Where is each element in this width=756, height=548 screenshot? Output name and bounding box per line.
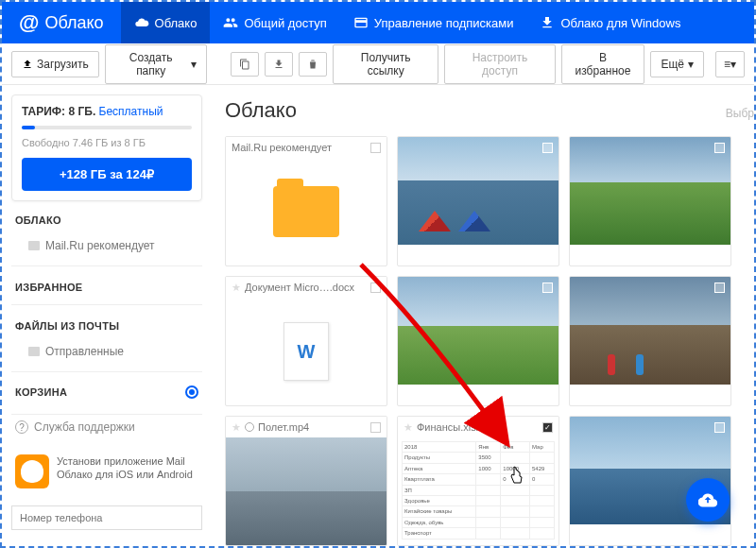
download-icon <box>540 15 555 30</box>
cloud-upload-icon <box>698 490 717 509</box>
tile-checkbox[interactable] <box>714 143 725 153</box>
tile-image-mountain[interactable] <box>569 136 731 266</box>
view-options-button[interactable]: ≡▾ <box>715 51 745 77</box>
list-icon: ≡▾ <box>724 58 736 71</box>
storage-free-text: Свободно 7.46 ГБ из 8 ГБ <box>22 137 192 148</box>
tile-checkbox[interactable] <box>370 143 381 153</box>
support-link[interactable]: ? Служба поддержки <box>11 414 202 439</box>
section-trash-row[interactable]: КОРЗИНА <box>11 382 202 402</box>
download-button[interactable] <box>265 52 293 77</box>
page-header: Облако Выбр <box>225 98 754 123</box>
tile-checkbox[interactable] <box>714 283 725 293</box>
tariff-title: ТАРИФ: 8 ГБ. Бесплатный <box>22 105 192 118</box>
star-icon[interactable]: ★ <box>404 421 413 434</box>
promo-text: Установи приложение Mail Облако для iOS … <box>57 454 198 482</box>
tile-checkbox[interactable] <box>542 283 553 293</box>
word-doc-icon: W <box>284 322 329 381</box>
upload-label: Загрузить <box>37 58 89 71</box>
people-icon <box>223 15 238 30</box>
more-button[interactable]: Ещё ▾ <box>650 51 704 77</box>
upload-button[interactable]: Загрузить <box>11 51 99 77</box>
copy-icon <box>239 59 250 70</box>
tile-folder-recommend[interactable]: Mail.Ru рекомендует <box>225 136 387 266</box>
create-folder-button[interactable]: Создать папку ▾ <box>105 44 207 84</box>
get-link-label: Получить ссылку <box>343 51 429 77</box>
nav-tab-cloud[interactable]: Облако <box>121 2 211 43</box>
tile-label: Финансы.xlsx <box>417 421 481 433</box>
main-panel: Облако Выбр Mail.Ru рекомендует ★Докумен… <box>212 85 754 546</box>
trash-icon <box>307 59 318 70</box>
file-grid: Mail.Ru рекомендует ★Документ Micro….doc… <box>225 136 754 546</box>
brand-name: Облако <box>44 13 103 33</box>
star-icon[interactable]: ★ <box>232 282 241 294</box>
tile-video-mp4[interactable]: ★Полет.mp4 <box>225 416 387 546</box>
configure-access-label: Настроить доступ <box>455 51 544 77</box>
chevron-down-icon: ▾ <box>688 58 694 71</box>
video-icon <box>245 422 254 432</box>
nav-tab-shared[interactable]: Общий доступ <box>210 2 339 43</box>
nav-label: Управление подписками <box>374 16 514 30</box>
folder-icon <box>273 186 339 237</box>
support-label: Служба поддержки <box>34 420 135 434</box>
cloud-icon <box>134 15 149 30</box>
upload-fab[interactable] <box>686 478 730 522</box>
tile-checkbox[interactable] <box>370 422 381 433</box>
tile-label: Документ Micro….docx <box>245 282 354 293</box>
tile-label: Mail.Ru рекомендует <box>232 142 332 153</box>
star-icon[interactable]: ★ <box>232 421 241 434</box>
at-icon: @ <box>19 10 39 35</box>
tile-label: Полет.mp4 <box>258 421 309 433</box>
chevron-down-icon: ▾ <box>191 58 197 71</box>
page-title: Облако <box>225 98 297 123</box>
tariff-badge: Бесплатный <box>99 105 163 118</box>
top-navbar: @ Облако Облако Общий доступ Управление … <box>2 2 754 43</box>
section-trash: КОРЗИНА <box>15 386 67 398</box>
copy-button[interactable] <box>231 52 259 77</box>
trash-indicator-icon <box>185 385 198 399</box>
sidebar-item-label: Отправленные <box>45 345 124 358</box>
upload-icon <box>22 59 33 70</box>
get-link-button[interactable]: Получить ссылку <box>333 44 439 84</box>
tile-document-docx[interactable]: ★Документ Micro….docx W <box>225 276 387 406</box>
tile-image-field[interactable] <box>397 276 559 406</box>
sidebar-item-recommend[interactable]: Mail.Ru рекомендует <box>11 235 202 256</box>
brand-logo[interactable]: @ Облако <box>2 10 121 35</box>
section-favorites: ИЗБРАННОЕ <box>11 276 202 295</box>
tile-checkbox[interactable] <box>714 422 725 433</box>
tile-checkbox[interactable] <box>370 283 381 293</box>
tile-image-tents[interactable] <box>397 136 559 266</box>
delete-button[interactable] <box>299 52 327 77</box>
download-icon <box>273 59 284 70</box>
configure-access-button[interactable]: Настроить доступ <box>444 44 555 84</box>
favorite-button[interactable]: В избранное <box>561 44 645 84</box>
favorite-label: В избранное <box>572 51 635 77</box>
tariff-label: ТАРИФ: 8 ГБ. <box>22 105 95 118</box>
card-icon <box>353 15 369 30</box>
upgrade-button[interactable]: +128 ГБ за 124₽ <box>22 158 192 191</box>
nav-tab-subscriptions[interactable]: Управление подписками <box>340 2 527 43</box>
sidebar-item-sent[interactable]: Отправленные <box>11 341 202 362</box>
mobile-app-promo: Установи приложение Mail Облако для iOS … <box>11 447 202 496</box>
sidebar: ТАРИФ: 8 ГБ. Бесплатный Свободно 7.46 ГБ… <box>2 85 212 546</box>
tile-spreadsheet-xlsx[interactable]: ★Финансы.xlsx✓ 2018ЯнвФевМарПродукты3500… <box>397 416 559 546</box>
phone-input[interactable] <box>11 505 202 530</box>
create-folder-label: Создать папку <box>115 51 187 77</box>
sidebar-item-label: Mail.Ru рекомендует <box>45 239 155 252</box>
tile-checkbox-checked[interactable]: ✓ <box>542 422 553 433</box>
section-mailfiles: ФАЙЛЫ ИЗ ПОЧТЫ <box>11 315 202 334</box>
help-icon: ? <box>15 420 28 434</box>
section-cloud: ОБЛАКО <box>11 209 202 228</box>
action-toolbar: Загрузить Создать папку ▾ Получить ссылк… <box>2 43 754 85</box>
storage-bar <box>22 126 192 129</box>
nav-tabs: Облако Общий доступ Управление подпискам… <box>121 2 695 43</box>
content-area: ТАРИФ: 8 ГБ. Бесплатный Свободно 7.46 ГБ… <box>2 85 754 546</box>
more-label: Ещё <box>661 58 684 71</box>
nav-label: Общий доступ <box>244 16 326 30</box>
nav-label: Облако <box>155 16 198 30</box>
tariff-card: ТАРИФ: 8 ГБ. Бесплатный Свободно 7.46 ГБ… <box>11 94 202 201</box>
app-icon <box>15 454 49 488</box>
spreadsheet-preview: 2018ЯнвФевМарПродукты3500Аптека100010000… <box>398 437 558 545</box>
tile-checkbox[interactable] <box>542 143 553 153</box>
tile-image-rocks[interactable] <box>569 276 731 406</box>
nav-tab-windows[interactable]: Облако для Windows <box>526 2 694 43</box>
